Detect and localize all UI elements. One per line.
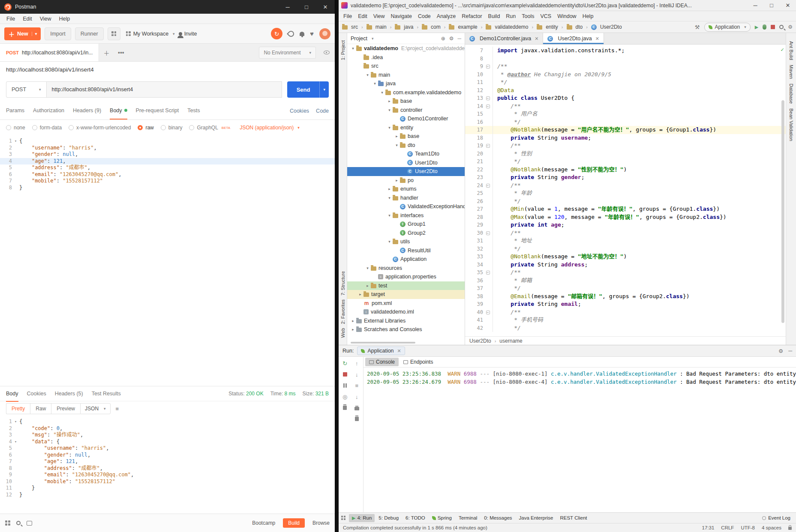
- hide-panel-icon[interactable]: ─: [457, 36, 461, 42]
- console-tab-endpoints[interactable]: Endpoints: [400, 358, 437, 366]
- tree-item-interfaces[interactable]: ▾interfaces: [347, 211, 465, 220]
- toolwindow-button-terminal[interactable]: Terminal: [456, 514, 480, 522]
- menu-file[interactable]: File: [3, 16, 19, 22]
- tree-item-controller[interactable]: ▾controller: [347, 106, 465, 115]
- body-mode-x-www-form-urlencoded[interactable]: x-www-form-urlencoded: [69, 125, 131, 131]
- tree-item-base[interactable]: ▸base: [347, 97, 465, 106]
- new-tab-button[interactable]: ＋: [99, 44, 114, 61]
- tree-item-po[interactable]: ▸po: [347, 176, 465, 185]
- menu-analyze[interactable]: Analyze: [434, 13, 459, 19]
- breadcrumb-member[interactable]: username: [499, 338, 522, 344]
- run-tab-application[interactable]: Application ✕: [357, 347, 405, 355]
- fold-caret-icon[interactable]: [12, 158, 19, 165]
- tree-item-user1dto[interactable]: CUser1Dto: [347, 158, 465, 167]
- breadcrumb-example[interactable]: example: [449, 24, 477, 30]
- request-body-editor[interactable]: 1▾{2 "username": "harris",3 "gender": nu…: [0, 135, 335, 386]
- run-button[interactable]: ▶: [755, 24, 758, 30]
- satellite-icon[interactable]: [287, 30, 295, 38]
- tree-item-demo1controller[interactable]: CDemo1Controller: [347, 114, 465, 123]
- project-panel-title[interactable]: Project: [351, 36, 367, 42]
- request-tab[interactable]: POST http://localhost:8080/api/v1/in...: [0, 44, 99, 61]
- open-new-icon[interactable]: [108, 27, 120, 40]
- menu-tools[interactable]: Tools: [519, 13, 537, 19]
- request-tab-headers-9-[interactable]: Headers (9): [73, 102, 101, 120]
- breadcrumb-User2Dto[interactable]: CUser2Dto: [591, 24, 622, 30]
- tree-item-com-example-validateddemo[interactable]: ▾com.example.validateddemo: [347, 88, 465, 97]
- tree-arrow-icon[interactable]: ▾: [393, 143, 400, 147]
- sync-status-icon[interactable]: ↻: [271, 28, 282, 39]
- breadcrumb-com[interactable]: com: [422, 24, 441, 30]
- editor-tab-demo1controller-java[interactable]: CDemo1Controller.java✕: [465, 33, 543, 44]
- tree-item-resultutil[interactable]: CResultUtil: [347, 246, 465, 255]
- maximize-button[interactable]: □: [763, 0, 780, 11]
- code-link[interactable]: Code: [316, 108, 329, 114]
- tree-arrow-icon[interactable]: ▸: [393, 178, 400, 182]
- build-hammer-icon[interactable]: ⚒: [695, 24, 700, 30]
- fold-caret-icon[interactable]: [12, 145, 19, 152]
- body-mode-form-data[interactable]: form-data: [32, 125, 62, 131]
- request-tab-tests[interactable]: Tests: [187, 102, 200, 120]
- fold-caret-icon[interactable]: [12, 432, 19, 439]
- gc-button[interactable]: [343, 405, 347, 411]
- send-button[interactable]: Send: [287, 81, 320, 98]
- response-body-viewer[interactable]: 1▾{2 "code": 0,3 "msg": "操作成功",4▾ "data"…: [0, 416, 335, 514]
- toolwindow-stripe-7-structure[interactable]: 7: Structure: [340, 271, 345, 296]
- response-tab-cookies[interactable]: Cookies: [27, 386, 46, 402]
- maximize-button[interactable]: □: [297, 0, 316, 14]
- tree-item-resources[interactable]: ▾resources: [347, 264, 465, 273]
- menu-edit[interactable]: Edit: [19, 16, 36, 22]
- minimize-button[interactable]: ─: [278, 0, 297, 14]
- cookies-link[interactable]: Cookies: [290, 108, 309, 114]
- tree-arrow-icon[interactable]: ▸: [350, 319, 356, 323]
- body-mode-none[interactable]: none: [6, 125, 25, 131]
- up-stack-button[interactable]: ↑: [355, 360, 358, 366]
- tree-item-main[interactable]: ▾main: [347, 71, 465, 80]
- fold-caret-icon[interactable]: ▾: [12, 138, 19, 145]
- fold-box-icon[interactable]: −: [486, 105, 490, 108]
- menu-vcs[interactable]: VCS: [537, 13, 554, 19]
- toolwindow-stripe-web[interactable]: Web: [340, 328, 345, 338]
- tree-arrow-icon[interactable]: ▾: [372, 81, 378, 86]
- fold-caret-icon[interactable]: [12, 425, 19, 432]
- invite-button[interactable]: Invite: [179, 31, 197, 37]
- tree-arrow-icon[interactable]: ▸: [386, 99, 393, 103]
- tree-item--idea[interactable]: .idea: [347, 53, 465, 62]
- menu-code[interactable]: Code: [415, 13, 434, 19]
- editor-tab-user2dto-java[interactable]: CUser2Dto.java✕: [543, 33, 604, 44]
- tree-arrow-icon[interactable]: ▾: [350, 46, 356, 51]
- menu-build[interactable]: Build: [485, 13, 503, 19]
- toolwindow-button-rest-client[interactable]: REST Client: [557, 514, 590, 522]
- wrap-lines-icon[interactable]: ≡: [116, 406, 119, 412]
- tree-arrow-icon[interactable]: ▸: [386, 187, 393, 191]
- toolwindow-stripe-ant-build[interactable]: Ant Build: [789, 41, 794, 60]
- fold-caret-icon[interactable]: [12, 492, 19, 499]
- tree-arrow-icon[interactable]: ▾: [364, 266, 371, 270]
- tree-item-base[interactable]: ▸base: [347, 132, 465, 141]
- breadcrumb-entity[interactable]: entity: [537, 24, 558, 30]
- environment-selector[interactable]: No Environment ▾: [259, 47, 316, 59]
- chevron-down-icon[interactable]: ▾: [372, 36, 374, 41]
- close-icon[interactable]: ✕: [535, 36, 538, 42]
- menu-refactor[interactable]: Refactor: [459, 13, 485, 19]
- fold-box-icon[interactable]: −: [486, 311, 490, 314]
- breadcrumb-dto[interactable]: dto: [567, 24, 583, 30]
- stop-button[interactable]: [343, 371, 347, 377]
- close-button[interactable]: ✕: [316, 0, 335, 14]
- tree-arrow-icon[interactable]: ▾: [379, 90, 385, 95]
- tree-item-java[interactable]: ▾java: [347, 79, 465, 88]
- toolwindow-button-spring[interactable]: Spring: [429, 514, 455, 522]
- hide-panel-icon[interactable]: ─: [788, 348, 792, 354]
- console-tab-console[interactable]: Console: [365, 358, 399, 366]
- horizontal-scrollbar[interactable]: [351, 342, 415, 344]
- console-icon[interactable]: [27, 521, 32, 526]
- fold-caret-icon[interactable]: [12, 185, 19, 191]
- view-pretty[interactable]: Pretty: [6, 403, 30, 414]
- new-button[interactable]: ＋ New ▾: [4, 27, 41, 40]
- heart-icon[interactable]: ♥: [310, 30, 314, 37]
- send-options-caret-icon[interactable]: ▾: [319, 81, 329, 98]
- toolwindow-button-0-messages[interactable]: 0: Messages: [481, 514, 515, 522]
- tree-item-external-libraries[interactable]: ▸External Libraries: [347, 317, 465, 326]
- tree-item-scratches-and-consoles[interactable]: ▸Scratches and Consoles: [347, 325, 465, 334]
- browse-button[interactable]: Browse: [312, 520, 330, 526]
- tree-item-entity[interactable]: ▾entity: [347, 123, 465, 132]
